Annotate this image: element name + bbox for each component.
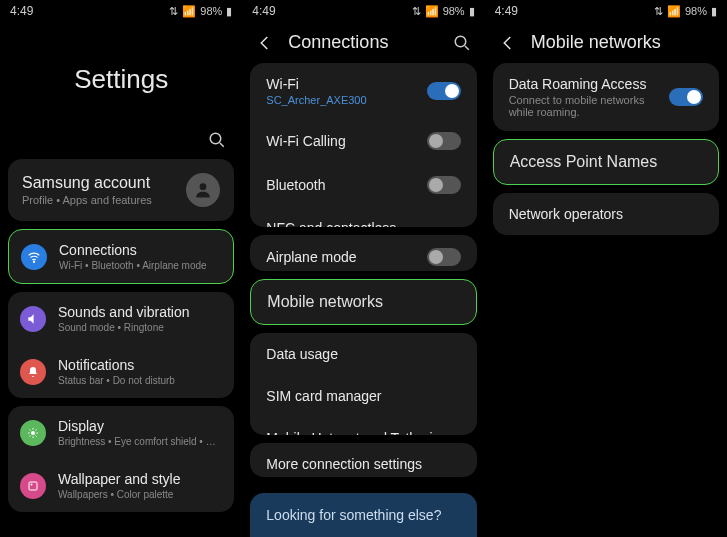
row-data-roaming[interactable]: Data Roaming Access Connect to mobile ne… [493, 63, 719, 131]
settings-item-display[interactable]: Display Brightness • Eye comfort shield … [8, 406, 234, 459]
item-label: Sounds and vibration [58, 304, 222, 320]
row-label: Access Point Names [510, 153, 702, 171]
row-label: NFC and contactless payments [266, 220, 418, 227]
svg-rect-4 [29, 482, 37, 490]
notification-icon [20, 359, 46, 385]
row-label: Wi-Fi [266, 76, 418, 92]
status-time: 4:49 [252, 4, 275, 18]
toggle-wifi-calling[interactable] [427, 132, 461, 150]
svg-point-5 [31, 483, 33, 485]
row-hotspot[interactable]: Mobile Hotspot and Tethering [250, 417, 476, 435]
samsung-account-row[interactable]: Samsung account Profile • Apps and featu… [8, 159, 234, 221]
item-sub: Wallpapers • Color palette [58, 489, 222, 500]
row-label: Data usage [266, 346, 452, 362]
status-right: ⇅📶98%▮ [412, 5, 475, 18]
row-bluetooth[interactable]: Bluetooth [250, 163, 476, 207]
svg-point-1 [200, 183, 207, 190]
footer-label: Looking for something else? [266, 507, 460, 523]
item-sub: Wi-Fi • Bluetooth • Airplane mode [59, 260, 221, 271]
settings-item-notifications[interactable]: Notifications Status bar • Do not distur… [8, 345, 234, 398]
row-sub: SC_Archer_AXE300 [266, 94, 418, 106]
item-label: Notifications [58, 357, 222, 373]
wallpaper-icon [20, 473, 46, 499]
wifi-icon [21, 244, 47, 270]
svg-point-3 [31, 431, 35, 435]
avatar-icon[interactable] [186, 173, 220, 207]
settings-item-wallpaper[interactable]: Wallpaper and style Wallpapers • Color p… [8, 459, 234, 512]
toggle-airplane[interactable] [427, 248, 461, 266]
status-right: ⇅📶98%▮ [169, 5, 232, 18]
item-sub: Brightness • Eye comfort shield • Naviga… [58, 436, 222, 447]
status-bar: 4:49 ⇅📶98%▮ [242, 0, 484, 22]
row-label: SIM card manager [266, 388, 452, 404]
row-nfc[interactable]: NFC and contactless payments [250, 207, 476, 227]
row-apn[interactable]: Access Point Names [493, 139, 719, 185]
row-airplane[interactable]: Airplane mode [250, 235, 476, 271]
item-label: Wallpaper and style [58, 471, 222, 487]
row-wifi[interactable]: Wi-Fi SC_Archer_AXE300 [250, 63, 476, 119]
account-name: Samsung account [22, 174, 186, 192]
page-title: Mobile networks [531, 32, 713, 53]
status-right: ⇅📶98%▮ [654, 5, 717, 18]
status-bar: 4:49 ⇅📶98%▮ [485, 0, 727, 22]
row-network-operators[interactable]: Network operators [493, 193, 719, 235]
toggle-wifi[interactable] [427, 82, 461, 100]
row-more-settings[interactable]: More connection settings [250, 443, 476, 477]
search-icon[interactable] [208, 131, 226, 149]
row-sim[interactable]: SIM card manager [250, 375, 476, 417]
back-icon[interactable] [499, 34, 517, 52]
item-label: Display [58, 418, 222, 434]
sound-icon [20, 306, 46, 332]
item-sub: Sound mode • Ringtone [58, 322, 222, 333]
back-icon[interactable] [256, 34, 274, 52]
settings-item-sounds[interactable]: Sounds and vibration Sound mode • Ringto… [8, 292, 234, 345]
status-time: 4:49 [495, 4, 518, 18]
row-label: Mobile networks [267, 293, 459, 311]
display-icon [20, 420, 46, 446]
row-sub: Connect to mobile networks while roaming… [509, 94, 661, 118]
row-label: Network operators [509, 206, 695, 222]
page-title: Settings [24, 64, 218, 95]
row-label: Mobile Hotspot and Tethering [266, 430, 452, 435]
status-time: 4:49 [10, 4, 33, 18]
row-label: Data Roaming Access [509, 76, 661, 92]
row-label: Airplane mode [266, 249, 418, 265]
account-sub: Profile • Apps and features [22, 194, 186, 206]
page-title: Connections [288, 32, 438, 53]
search-icon[interactable] [453, 34, 471, 52]
row-data-usage[interactable]: Data usage [250, 333, 476, 375]
row-label: More connection settings [266, 456, 452, 472]
footer-search-card[interactable]: Looking for something else? [250, 493, 476, 537]
settings-item-connections[interactable]: Connections Wi-Fi • Bluetooth • Airplane… [9, 230, 233, 283]
toggle-roaming[interactable] [669, 88, 703, 106]
svg-point-0 [211, 133, 222, 144]
item-sub: Status bar • Do not disturb [58, 375, 222, 386]
row-label: Bluetooth [266, 177, 418, 193]
row-wifi-calling[interactable]: Wi-Fi Calling [250, 119, 476, 163]
row-label: Wi-Fi Calling [266, 133, 418, 149]
status-bar: 4:49 ⇅📶98%▮ [0, 0, 242, 22]
row-mobile-networks[interactable]: Mobile networks [250, 279, 476, 325]
svg-point-2 [33, 261, 34, 262]
svg-point-6 [455, 36, 466, 47]
toggle-bluetooth[interactable] [427, 176, 461, 194]
item-label: Connections [59, 242, 221, 258]
